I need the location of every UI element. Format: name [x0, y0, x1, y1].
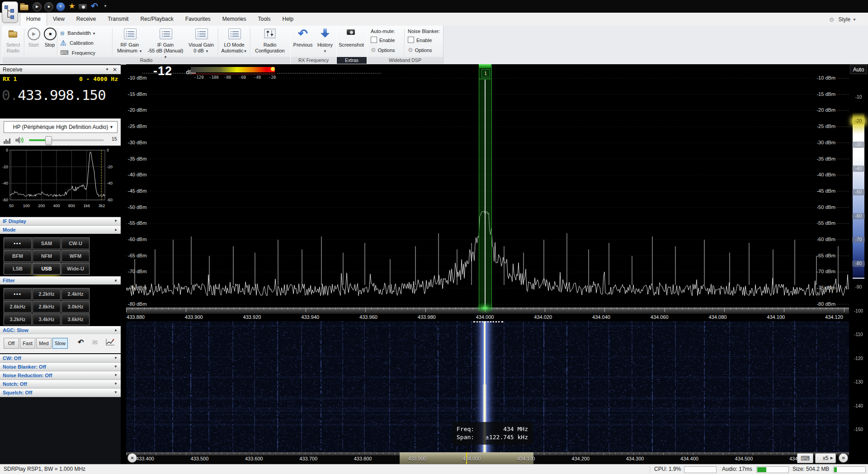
section-noise-blanker[interactable]: Noise Blanker: Off▼: [0, 363, 121, 371]
lo-mode-button[interactable]: LO ModeAutomatic▼: [220, 27, 249, 56]
palette-handle--70[interactable]: -70: [852, 237, 865, 243]
open-file-icon[interactable]: [19, 1, 29, 11]
ruler-tick: [282, 308, 282, 309]
tab-favourites[interactable]: Favourites: [179, 13, 217, 26]
agc-undo-icon[interactable]: ↶: [78, 338, 84, 346]
frequency-readout[interactable]: 0.433.998.150: [2, 87, 106, 103]
frequency-button[interactable]: ⌨ Frequency: [60, 48, 95, 57]
select-radio-button[interactable]: SelectRadio: [3, 27, 23, 56]
mode-filter-button[interactable]: 2.2kHz: [33, 288, 61, 300]
play-icon[interactable]: ▶: [32, 1, 42, 11]
tab-view[interactable]: View: [47, 13, 71, 26]
close-icon[interactable]: ✕: [113, 65, 117, 74]
nav-zoom-button[interactable]: x5 ▶: [815, 453, 836, 463]
tab-recplayback[interactable]: Rec/Playback: [134, 13, 179, 26]
agc-off-button[interactable]: Off: [4, 338, 19, 349]
tab-transmit[interactable]: Transmit: [102, 13, 134, 26]
palette-handle--30[interactable]: -30: [852, 142, 865, 148]
agc-fast-button[interactable]: Fast: [20, 338, 35, 349]
section-cw[interactable]: CW: Off▼: [0, 354, 121, 363]
keyboard-entry-button[interactable]: ⌨: [797, 453, 813, 463]
mode-filter-button[interactable]: LSB: [4, 263, 32, 275]
tab-receive[interactable]: Receive: [71, 13, 102, 26]
agc-graph-icon[interactable]: [106, 338, 115, 346]
mode-filter-button[interactable]: 3.0kHz: [61, 301, 90, 313]
qat-customize-icon[interactable]: ▼: [100, 1, 110, 11]
mode-filter-button[interactable]: 2.6kHz: [4, 301, 32, 313]
start-button[interactable]: ▶ Start: [26, 27, 41, 56]
nav-tick: [359, 453, 359, 454]
mode-filter-button[interactable]: 3.6kHz: [61, 313, 90, 325]
mode-filter-button[interactable]: BFM: [4, 250, 32, 262]
scroll-left-button[interactable]: «: [127, 453, 137, 463]
agc-envelope-icon[interactable]: ✉: [92, 339, 98, 346]
automute-enable-checkbox[interactable]: Enable: [371, 36, 395, 45]
scroll-right-button[interactable]: »: [839, 453, 848, 463]
mode-filter-button[interactable]: 3.4kHz: [33, 313, 61, 325]
section-notch[interactable]: Notch: Off▼: [0, 380, 121, 389]
palette-handle--60[interactable]: -60: [852, 213, 865, 219]
band-navigator[interactable]: 433.400433.500433.600433.700433.800433.9…: [126, 452, 849, 464]
application-menu-button[interactable]: [2, 1, 18, 23]
section-mode[interactable]: Mode▲: [0, 226, 121, 234]
agc-slow-button[interactable]: Slow: [52, 338, 68, 349]
bandwidth-button[interactable]: ı|ı|ı Bandwidth ▼: [60, 28, 96, 38]
tab-memories[interactable]: Memories: [217, 13, 252, 26]
mode-filter-button[interactable]: •••: [4, 288, 32, 300]
automute-options-button[interactable]: ⚙Options: [371, 46, 395, 55]
panel-collapse-icon[interactable]: ▼: [105, 65, 109, 74]
mode-filter-button[interactable]: Wide-U: [61, 263, 90, 275]
mode-filter-button[interactable]: NFM: [33, 250, 61, 262]
waterfall-display[interactable]: Freq:434 MHz Span:±122.745 kHz 433.40043…: [126, 321, 849, 464]
if-gain-button[interactable]: IF Gain-55 dB (Manual) ▼: [146, 27, 185, 56]
tab-home[interactable]: Home: [20, 13, 47, 26]
volume-slider-handle[interactable]: [45, 136, 52, 145]
visual-gain-button[interactable]: Visual Gain0 dB ▼: [186, 27, 217, 56]
palette-handle--20[interactable]: -20: [852, 118, 865, 124]
stop-button[interactable]: ■ Stop: [42, 27, 57, 56]
calibration-button[interactable]: Calibration: [60, 38, 94, 47]
mode-filter-button[interactable]: 2.8kHz: [33, 301, 61, 313]
equalizer-icon[interactable]: [4, 141, 5, 144]
section-if-display[interactable]: IF Display▼: [0, 217, 121, 226]
noise-blanker-options-button[interactable]: ⚙Options: [408, 46, 432, 55]
style-selector[interactable]: ⚙ Style ▼: [829, 15, 856, 24]
mode-filter-button[interactable]: CW-U: [61, 237, 90, 249]
mode-filter-button[interactable]: •••: [4, 237, 32, 249]
section-filter[interactable]: Filter▲: [0, 276, 121, 285]
spectrum-display[interactable]: -12 dBm -120-100-80-60-40-20 -10 dBm-15 …: [126, 64, 849, 321]
ruler-tick: [539, 308, 539, 309]
screenshot-button[interactable]: Screenshot: [338, 27, 365, 56]
history-button[interactable]: History▼: [315, 27, 335, 56]
nav-tick: [604, 453, 604, 455]
speaker-icon[interactable]: [14, 136, 24, 144]
camera-icon[interactable]: [78, 1, 88, 11]
audio-device-select[interactable]: HP (Périphérique High Definition Audio) …: [4, 121, 118, 133]
volume-slider[interactable]: [29, 139, 104, 141]
rx-marker[interactable]: 1: [479, 64, 492, 310]
section-agc[interactable]: AGC: Slow▲: [0, 326, 121, 335]
radio-configuration-button[interactable]: RadioConfiguration: [251, 27, 288, 56]
stop-icon[interactable]: ■: [43, 1, 53, 11]
mode-filter-button[interactable]: USB: [33, 263, 61, 275]
agc-med-button[interactable]: Med: [36, 338, 52, 349]
favourite-star-icon[interactable]: ★: [67, 1, 77, 11]
rf-gain-button[interactable]: RF GainMinimum ▼: [115, 27, 144, 56]
mode-filter-button[interactable]: 2.4kHz: [61, 288, 90, 300]
noise-blanker-enable-checkbox[interactable]: Enable: [408, 36, 432, 45]
previous-frequency-button[interactable]: ↶ Previous: [292, 27, 314, 56]
undo-icon[interactable]: ↶: [90, 1, 99, 11]
tab-help[interactable]: Help: [277, 13, 300, 26]
palette-handle--40[interactable]: -40: [852, 166, 865, 172]
section-noise-reduction[interactable]: Noise Reduction: Off▼: [0, 371, 121, 380]
tab-tools[interactable]: Tools: [252, 13, 277, 26]
mode-filter-button[interactable]: SAM: [33, 237, 61, 249]
palette-lower-handle[interactable]: [853, 278, 864, 279]
add-icon[interactable]: +: [55, 1, 65, 11]
mode-filter-button[interactable]: 3.2kHz: [4, 313, 32, 325]
mode-filter-button[interactable]: WFM: [61, 250, 90, 262]
palette-handle--50[interactable]: -50: [852, 189, 865, 195]
palette-handle--80[interactable]: -80: [852, 261, 865, 267]
section-squelch[interactable]: Squelch: Off▼: [0, 389, 121, 397]
palette-auto-button[interactable]: Auto: [850, 65, 867, 74]
